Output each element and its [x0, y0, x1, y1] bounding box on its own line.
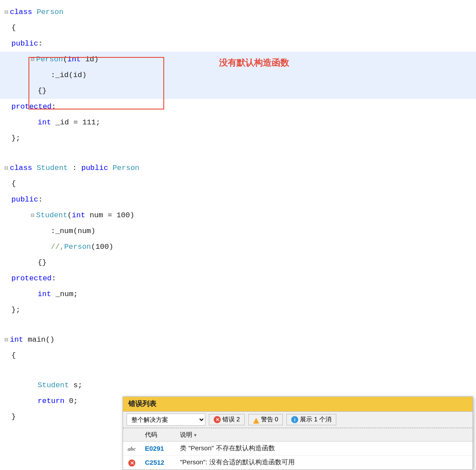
code-line-13: public: — [0, 192, 476, 208]
code-editor: ⊟class Person{public:⊟Person(int id):_id… — [0, 0, 476, 470]
code-line-7: protected: — [0, 99, 476, 115]
code-line-1: ⊟class Person — [0, 4, 476, 20]
error-panel-toolbar: 整个解决方案 ✕ 错误 2 警告 0 i 展示 1 个消 — [123, 412, 472, 428]
token: main() — [23, 333, 54, 347]
code-line-22: ⊟int main() — [0, 332, 476, 348]
code-line-24 — [0, 364, 476, 378]
token: : — [68, 161, 81, 175]
code-line-12: { — [0, 176, 476, 192]
token: protected — [11, 100, 52, 114]
code-line-18: protected: — [0, 271, 476, 286]
code-line-21 — [0, 318, 476, 332]
info-label: 展示 1 个消 — [300, 416, 331, 424]
row-icon-0: abc — [123, 442, 141, 456]
code-line-19: int _num; — [0, 286, 476, 302]
token: ( — [63, 53, 67, 67]
token: int — [38, 116, 51, 130]
badge-error[interactable]: ✕ 错误 2 — [209, 414, 245, 425]
token: (num) — [73, 224, 95, 238]
table-row-0[interactable]: abcE0291类 "Person" 不存在默认构造函数 — [123, 442, 472, 456]
code-line-8: int _id = 111; — [0, 115, 476, 131]
badge-info[interactable]: i 展示 1 个消 — [286, 414, 336, 425]
row-desc-1: "Person": 没有合适的默认构造函数可用 — [176, 456, 472, 470]
code-line-25: Student s; — [0, 378, 476, 393]
token: (id) — [69, 68, 87, 82]
token: Person — [64, 240, 91, 254]
col-desc-header[interactable]: 说明 ▼ — [176, 429, 472, 442]
code-line-6: {} — [0, 83, 476, 99]
token: {} — [38, 256, 46, 270]
code-line-20: }; — [0, 302, 476, 318]
desc-col-label: 说明 — [180, 431, 192, 439]
token: public — [11, 193, 38, 207]
badge-warning[interactable]: 警告 0 — [248, 414, 283, 425]
table-header-row: 代码 说明 ▼ — [123, 429, 472, 442]
token: :_id — [51, 68, 69, 82]
row-code-1: C2512 — [141, 456, 176, 470]
token: class — [10, 161, 36, 175]
code-col-label: 代码 — [145, 431, 157, 439]
token: { — [11, 177, 16, 191]
code-line-16: //,Person(100) — [0, 239, 476, 255]
error-icon: ✕ — [214, 416, 221, 423]
col-code-header[interactable]: 代码 — [141, 429, 176, 442]
token: int — [72, 208, 85, 223]
token: 0; — [64, 394, 78, 408]
info-icon: i — [291, 416, 298, 423]
token: id) — [81, 53, 99, 67]
row-desc-0: 类 "Person" 不存在默认构造函数 — [176, 442, 472, 456]
token: }; — [11, 303, 20, 317]
warning-label: 警告 0 — [261, 416, 279, 424]
col-icon-header — [123, 429, 141, 442]
token: public — [81, 161, 113, 175]
error-table-body: abcE0291类 "Person" 不存在默认构造函数✕C2512"Perso… — [123, 442, 472, 470]
code-line-14: ⊟Student(int num = 100) — [0, 208, 476, 223]
code-line-23: { — [0, 348, 476, 364]
filter-select[interactable]: 整个解决方案 — [127, 413, 205, 426]
token: : — [38, 37, 42, 51]
token: return — [38, 394, 64, 408]
token: : — [38, 193, 42, 207]
annotation-no-default-constructor: 没有默认构造函数 — [219, 57, 289, 69]
token: public — [11, 37, 38, 51]
token: //, — [51, 240, 64, 254]
token: int — [38, 287, 51, 301]
token: class — [10, 5, 36, 19]
collapse-icon-1[interactable]: ⊟ — [4, 5, 8, 19]
token: Person — [37, 5, 63, 19]
error-panel[interactable]: 错误列表 整个解决方案 ✕ 错误 2 警告 0 i 展示 1 个消 — [123, 396, 473, 470]
token: _id = 111; — [51, 116, 100, 130]
collapse-icon-14[interactable]: ⊟ — [31, 208, 34, 223]
token: (100) — [91, 240, 113, 254]
sort-arrow-icon: ▼ — [193, 433, 197, 438]
warning-icon — [253, 418, 259, 424]
token: :_num — [51, 224, 73, 238]
code-line-9: }; — [0, 131, 476, 146]
token: int — [67, 53, 81, 67]
collapse-icon-11[interactable]: ⊟ — [4, 161, 8, 175]
token: Student — [37, 161, 68, 175]
token: : — [52, 100, 56, 114]
code-line-11: ⊟class Student : public Person — [0, 160, 476, 176]
collapse-icon-22[interactable]: ⊟ — [4, 333, 8, 347]
error-panel-title: 错误列表 — [123, 397, 472, 412]
code-line-3: public: — [0, 36, 476, 52]
token: _num; — [51, 287, 78, 301]
token: } — [11, 410, 16, 424]
error-label: 错误 2 — [222, 416, 240, 424]
token: ( — [67, 208, 72, 223]
token: Person — [113, 161, 139, 175]
table-row-1[interactable]: ✕C2512"Person": 没有合适的默认构造函数可用 — [123, 456, 472, 470]
token: s; — [69, 378, 82, 392]
error-table: 代码 说明 ▼ abcE0291类 "Person" 不存在默认构造函数✕C25… — [123, 429, 472, 470]
token: { — [11, 21, 16, 35]
code-line-2: { — [0, 20, 476, 36]
code-line-15: :_num(num) — [0, 223, 476, 239]
token: int — [10, 333, 23, 347]
token: protected — [11, 272, 52, 286]
row-icon-1: ✕ — [123, 456, 141, 470]
collapse-icon-4[interactable]: ⊟ — [31, 53, 34, 67]
code-line-5: :_id(id) — [0, 67, 476, 83]
code-line-10 — [0, 146, 476, 160]
token: }; — [11, 131, 20, 145]
